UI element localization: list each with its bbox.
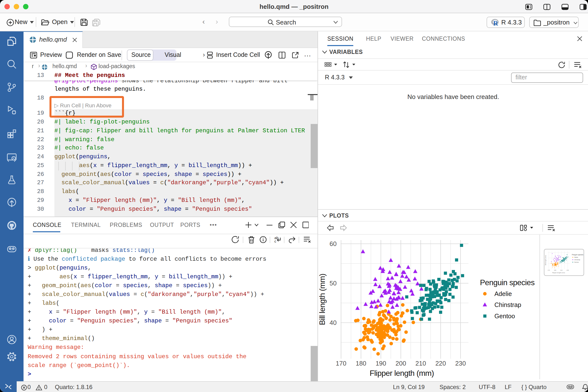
svg-text:210: 210 (416, 360, 426, 367)
svg-text:Flipper length (mm): Flipper length (mm) (370, 369, 434, 378)
svg-text:180: 180 (356, 360, 366, 367)
svg-text:190: 190 (554, 270, 556, 271)
svg-text:170: 170 (548, 270, 550, 271)
svg-text:R: R (493, 19, 498, 26)
svg-text:Chinstrap: Chinstrap (494, 301, 521, 308)
svg-text:230: 230 (455, 360, 466, 367)
svg-text:40: 40 (330, 319, 337, 326)
svg-text:Adelie: Adelie (574, 256, 578, 258)
svg-text:Bill length (mm): Bill length (mm) (545, 255, 546, 265)
svg-text:210: 210 (560, 270, 562, 271)
svg-text:170: 170 (336, 360, 346, 367)
svg-text:c: c (274, 239, 276, 243)
svg-text:50: 50 (330, 280, 337, 287)
svg-text:Adelie: Adelie (494, 290, 512, 297)
svg-text:Bill length (mm): Bill length (mm) (318, 274, 326, 325)
svg-text:Penguin species: Penguin species (572, 254, 583, 256)
svg-text:230: 230 (566, 270, 569, 271)
svg-text:Penguin species: Penguin species (480, 278, 534, 287)
svg-text:60: 60 (330, 240, 337, 248)
svg-text:Gentoo: Gentoo (494, 312, 515, 320)
svg-text:190: 190 (376, 360, 386, 367)
svg-text:220: 220 (435, 360, 446, 367)
svg-text:Gentoo: Gentoo (574, 262, 579, 263)
svg-text:200: 200 (396, 360, 406, 367)
svg-text:Flipper length (mm): Flipper length (mm) (552, 272, 565, 274)
svg-text:Chinstrap: Chinstrap (574, 259, 580, 260)
